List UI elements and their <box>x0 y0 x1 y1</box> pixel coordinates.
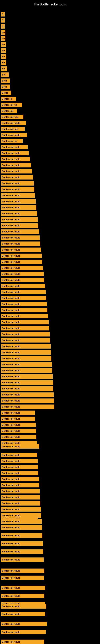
bar-label: Bottleneck result <box>1 394 20 396</box>
bar: Bottleneck result <box>1 320 49 324</box>
bar-label: Bottleneck result <box>1 412 20 414</box>
bar-row: Bottleneck result <box>1 558 44 562</box>
bar-label: Bottleneck result <box>1 206 20 209</box>
bar: Bottleneck result <box>1 224 38 228</box>
bar-row: Bottleneck result <box>1 374 52 379</box>
bar-label: Bottleneck result <box>1 134 20 136</box>
bar: Bott <box>1 72 9 77</box>
bar-row: Bottleneck result <box>1 525 42 530</box>
bar: Bottleneck result <box>1 205 36 210</box>
bar: Bottleneck result <box>1 513 41 518</box>
bar-label: Bottleneck result <box>1 613 20 615</box>
bar-row: Bottleneck result <box>1 495 40 500</box>
bar: B <box>1 12 4 16</box>
bar-label: Bottleneck result <box>1 230 20 233</box>
bar-row: Bottleneck result <box>1 254 42 258</box>
bar-row: Bottleneck result <box>1 163 31 168</box>
bar: Bottleneck result <box>1 326 49 330</box>
bar: Bottleneck result <box>1 380 53 385</box>
bar: Bottleneck result <box>1 483 39 488</box>
bar: Bottleneck result <box>1 157 30 162</box>
bar-label: Bottlenec <box>1 98 12 100</box>
bar-label: Bottleneck result <box>1 309 20 311</box>
bar-row: Bottleneck result <box>1 380 53 385</box>
bar-row: Bottleneck result <box>1 576 44 580</box>
bar: Bottleneck resu <box>1 127 25 131</box>
bar-row: Bottleneck result <box>1 151 29 155</box>
bar-label: Bottleneck result <box>1 484 20 486</box>
bar-row: Bottleneck result <box>1 483 39 488</box>
bar-row: Bottleneck result <box>1 612 45 616</box>
bar: Bottleneck result <box>1 163 31 168</box>
bar-label: Bottleneck result <box>1 375 20 378</box>
bar: Bottleneck result <box>1 604 46 608</box>
bar-row: Bottleneck result <box>1 230 39 234</box>
bar: Bottleneck result <box>1 314 48 318</box>
bar-row: Bottleneck result <box>1 224 38 228</box>
bar: Bottleneck result <box>1 374 52 379</box>
bar-label: Bottleneck result <box>1 496 20 498</box>
bar-label: Bottleneck result <box>1 381 20 384</box>
bar-label: Bottleneck result <box>1 436 20 438</box>
bar-label: Bottleneck result <box>1 587 20 589</box>
bar-row: Bottleneck result <box>1 410 35 415</box>
bar-label: Bottleneck result <box>1 273 20 275</box>
bar: Bottleneck result <box>1 435 36 439</box>
bar-label: Bottleneck result <box>1 351 20 354</box>
bar: Bottleneck result <box>1 133 27 137</box>
bar-row: Bottleneck result <box>1 429 36 433</box>
bar: Bottleneck result <box>1 368 52 373</box>
bar-row: Bottleneck result <box>1 302 47 306</box>
bar: Bottleneck result <box>1 284 45 288</box>
bar-row: Bottleneck result <box>1 326 49 330</box>
bar-label: Bottle <box>1 92 8 94</box>
bar: Bottleneck result <box>1 266 43 270</box>
bar-row: Bottleneck result <box>1 290 46 294</box>
bar-label: Bottleneck result <box>1 558 20 561</box>
bar: Bottleneck result <box>1 242 40 246</box>
bar-row: Bottleneck result <box>1 145 28 149</box>
bar-label: Bott <box>1 74 6 76</box>
bar-label: Bottleneck result <box>1 267 20 269</box>
bar: Bottleneck result <box>1 169 32 174</box>
bar: Bottleneck result <box>1 278 44 282</box>
bar: Bottleneck result <box>1 422 36 427</box>
bar-label: Bottleneck result <box>1 445 20 448</box>
bar-label: Bottleneck result <box>1 576 20 579</box>
bar-label: Bottleneck result <box>1 490 20 492</box>
bar-row: Bottleneck result <box>1 175 33 180</box>
bar-row: Bottleneck result <box>1 199 36 204</box>
bar-label: Bottleneck result <box>1 327 20 330</box>
bar: Bo <box>1 36 5 41</box>
bar-row: Bottl <box>1 78 10 83</box>
bar-row: Bottleneck result <box>1 541 43 546</box>
bar-label: Bottleneck result <box>1 550 20 553</box>
bar-row: Bottleneck resu <box>1 127 25 131</box>
bar: Bo <box>1 54 6 59</box>
bar: Bottleneck result <box>1 187 34 192</box>
bar-row: Bo <box>1 54 6 59</box>
bar: Bottleneck result <box>1 416 35 421</box>
bar-label: Bottleneck result <box>1 520 20 523</box>
bar-label: Bottleneck result <box>1 333 20 336</box>
bar: B <box>1 18 4 22</box>
bar-label: Bottleneck <box>1 110 13 112</box>
bar: Bottleneck result <box>1 260 42 264</box>
bar: Bottleneck <box>1 109 17 113</box>
bar: Bottleneck result <box>1 230 39 234</box>
bar: Bo <box>1 30 5 34</box>
bar-row: Bottleneck result <box>1 422 36 427</box>
bar-row: Bottleneck res <box>1 139 23 143</box>
bar: Bottleneck result <box>1 398 54 403</box>
bar: Bottleneck result <box>1 471 38 475</box>
bar: Bottleneck result <box>1 356 51 361</box>
bar-label: Bo <box>1 31 5 34</box>
bar: Bottleneck result <box>1 332 50 336</box>
bar-label: Bottleneck result <box>1 315 20 317</box>
bar-row: Bottleneck result <box>1 344 50 348</box>
bar-row: Bottleneck result <box>1 278 44 282</box>
bar-row: Bottlenec <box>1 96 16 101</box>
bar: Bottl <box>1 78 10 83</box>
bar-row: Bottleneck result <box>1 217 38 222</box>
bar-label: Bottleneck result <box>1 291 20 293</box>
